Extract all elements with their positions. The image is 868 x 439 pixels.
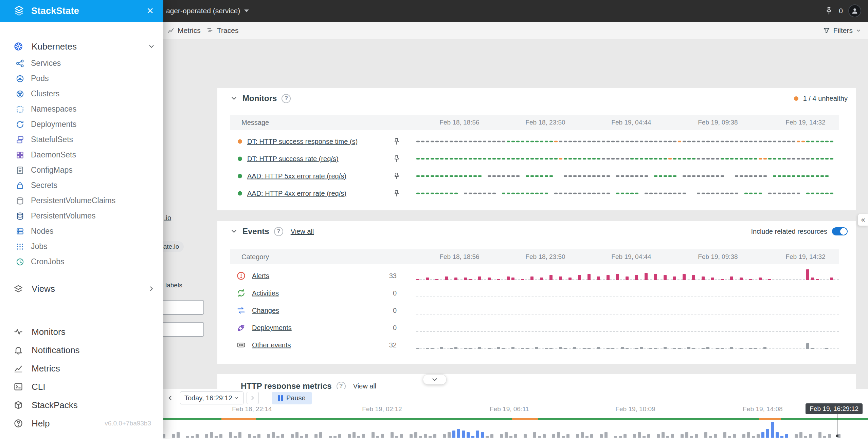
- sidebar-item-services[interactable]: Services: [0, 56, 163, 71]
- time-column: Feb 18, 18:56: [439, 253, 479, 261]
- sidebar-item-namespaces[interactable]: Namespaces: [0, 101, 163, 117]
- sidebar-item-nodes[interactable]: Nodes: [0, 224, 163, 239]
- time-column: Feb 18, 23:50: [525, 119, 565, 126]
- sidebar-item-stackpacks[interactable]: StackPacks: [0, 396, 163, 414]
- sidebar-item-clusters[interactable]: Clusters: [0, 86, 163, 101]
- scope-selector[interactable]: ager-operated (service): [166, 0, 249, 22]
- traces-tab-icon: [206, 27, 214, 34]
- occluded-link-io[interactable]: .io: [164, 214, 171, 222]
- pin-icon[interactable]: [393, 137, 401, 146]
- event-category-link[interactable]: Changes: [252, 306, 279, 314]
- collapse-section-button[interactable]: [230, 95, 238, 102]
- include-related-toggle[interactable]: [832, 227, 848, 235]
- events-section: Events ? View all Include related resour…: [217, 221, 856, 364]
- views-icon: [14, 284, 23, 293]
- monitor-link[interactable]: AAD: HTTP 4xx error rate (req/s): [247, 189, 346, 197]
- time-column: Feb 18, 18:56: [439, 119, 479, 126]
- time-back-button[interactable]: [164, 392, 176, 404]
- column-header: Category: [241, 253, 269, 261]
- expand-right-panel-handle[interactable]: «: [858, 214, 868, 226]
- sidebar-item-daemonsets[interactable]: DaemonSets: [0, 147, 163, 163]
- event-category-link[interactable]: Other events: [252, 341, 291, 349]
- deployments-icon: [16, 120, 24, 129]
- event-count: 0: [369, 324, 397, 331]
- sidebar-item-label: CLI: [32, 382, 45, 392]
- time-column: Feb 19, 14:32: [785, 253, 825, 261]
- monitor-link[interactable]: AAD: HTTP 5xx error rate (req/s): [247, 172, 346, 180]
- time-range-dropdown[interactable]: Today, 16:29:12: [180, 392, 243, 404]
- axis-tick: Feb 19, 10:09: [615, 405, 655, 413]
- sidebar-item-deployments[interactable]: Deployments: [0, 117, 163, 132]
- event-row: Deployments 0: [230, 319, 839, 336]
- sidebar-item-notifications[interactable]: Notifications: [0, 341, 163, 359]
- collapse-panel-handle[interactable]: [423, 374, 447, 385]
- tab-label: Metrics: [178, 26, 201, 35]
- sidebar-item-help[interactable]: Help v6.0.0+7ba93b3: [0, 414, 163, 433]
- sidebar-item-cli[interactable]: CLI: [0, 378, 163, 396]
- activities-icon: [236, 288, 246, 298]
- monitor-row: DT: HTTP success rate (req/s): [230, 150, 839, 167]
- event-count: 0: [369, 306, 397, 314]
- monitor-timeline: [416, 140, 839, 142]
- help-icon[interactable]: ?: [274, 227, 283, 236]
- sidebar-item-statefulsets[interactable]: StatefulSets: [0, 132, 163, 147]
- sidebar-item-kubernetes[interactable]: Kubernetes: [0, 37, 163, 56]
- event-row: Alerts 33: [230, 267, 839, 284]
- tab-traces[interactable]: Traces: [206, 22, 238, 39]
- sidebar-item-monitors[interactable]: Monitors: [0, 323, 163, 341]
- pin-icon[interactable]: [825, 6, 833, 15]
- navigation-drawer: StackState ✕ Kubernetes Services Pods Cl…: [0, 0, 163, 439]
- help-icon[interactable]: ?: [282, 94, 291, 103]
- filters-button[interactable]: Filters: [823, 22, 861, 39]
- monitor-link[interactable]: DT: HTTP success response time (s): [247, 137, 358, 145]
- time-column: Feb 19, 09:38: [698, 253, 738, 261]
- tab-metrics[interactable]: Metrics: [167, 22, 201, 39]
- sidebar-item-label: Secrets: [31, 181, 57, 190]
- pin-icon[interactable]: [393, 155, 401, 163]
- notifications-icon: [14, 345, 23, 355]
- event-category-link[interactable]: Deployments: [252, 324, 292, 331]
- pin-icon[interactable]: [393, 189, 401, 197]
- sidebar-item-label: Clusters: [31, 89, 59, 98]
- sidebar-item-label: Help: [32, 418, 50, 429]
- sidebar-item-pods[interactable]: Pods: [0, 71, 163, 86]
- chevron-down-icon: [244, 9, 249, 12]
- axis-tick: Feb 19, 14:08: [743, 405, 782, 413]
- event-category-link[interactable]: Activities: [252, 289, 279, 297]
- sidebar-item-secrets[interactable]: Secrets: [0, 178, 163, 193]
- collapse-section-button[interactable]: [230, 228, 238, 235]
- brand-name: StackState: [31, 6, 79, 16]
- pause-button[interactable]: Pause: [272, 392, 312, 404]
- monitor-row: AAD: HTTP 5xx error rate (req/s): [230, 167, 839, 185]
- event-row: Activities 0: [230, 284, 839, 302]
- monitors-table-header: Message Feb 18, 18:56 Feb 18, 23:50 Feb …: [230, 115, 839, 130]
- configmaps-icon: [16, 166, 24, 175]
- namespaces-icon: [16, 105, 24, 114]
- sidebar-item-metrics[interactable]: Metrics: [0, 359, 163, 378]
- health-summary: 1 / 4 unhealthy: [803, 95, 848, 102]
- event-row: Changes 0: [230, 302, 839, 319]
- jobs-icon: [16, 242, 24, 251]
- cursor-tooltip: Feb 19, 16:29:12: [806, 403, 863, 414]
- monitor-link[interactable]: DT: HTTP success rate (req/s): [247, 155, 339, 163]
- sidebar-item-views[interactable]: Views: [0, 280, 163, 298]
- event-category-link[interactable]: Alerts: [252, 272, 269, 280]
- pin-icon[interactable]: [393, 172, 401, 180]
- event-histogram: [416, 269, 839, 280]
- pause-icon: [278, 395, 283, 401]
- sidebar-item-persistentvolumeclaims[interactable]: PersistentVolumeClaims: [0, 193, 163, 208]
- pause-label: Pause: [286, 394, 306, 402]
- view-all-link[interactable]: View all: [291, 228, 314, 235]
- user-avatar[interactable]: [848, 4, 861, 17]
- sidebar-item-persistentvolumes[interactable]: PersistentVolumes: [0, 208, 163, 224]
- sidebar-item-jobs[interactable]: Jobs: [0, 239, 163, 254]
- sidebar-item-configmaps[interactable]: ConfigMaps: [0, 163, 163, 178]
- sidebar-item-cronjobs[interactable]: CronJobs: [0, 254, 163, 269]
- time-forward-button[interactable]: [247, 392, 259, 404]
- labels-link[interactable]: labels: [165, 282, 182, 289]
- close-icon[interactable]: ✕: [146, 6, 154, 16]
- sidebar-item-label: Jobs: [31, 242, 48, 251]
- chevron-down-icon: [856, 28, 861, 33]
- statefulsets-icon: [16, 135, 24, 144]
- toggle-knob: [840, 228, 847, 235]
